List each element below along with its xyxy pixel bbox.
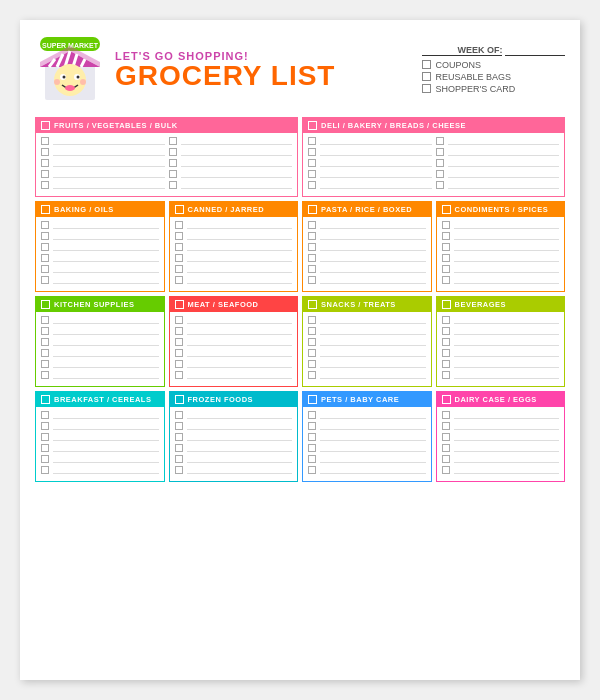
list-item <box>308 276 426 284</box>
breakfast-body <box>36 407 164 481</box>
list-item <box>436 148 560 156</box>
list-item <box>442 265 560 273</box>
list-item <box>169 170 293 178</box>
list-item <box>308 181 432 189</box>
kitchen-header: KITCHEN SUPPLIES <box>36 297 164 312</box>
list-item <box>308 349 426 357</box>
header: SUPER MARKET <box>35 35 565 105</box>
list-item <box>41 422 159 430</box>
list-item <box>175 276 293 284</box>
list-item <box>41 181 165 189</box>
list-item <box>41 243 159 251</box>
list-item <box>41 371 159 379</box>
deli-checkbox[interactable] <box>308 121 317 130</box>
list-item <box>442 466 560 474</box>
shoppers-card-checkbox[interactable] <box>422 84 431 93</box>
list-item <box>308 466 426 474</box>
list-item <box>175 444 293 452</box>
list-item <box>175 316 293 324</box>
snacks-header: SNACKS / TREATS <box>303 297 431 312</box>
frozen-body <box>170 407 298 481</box>
section-beverages: BEVERAGES <box>436 296 566 387</box>
list-item <box>41 221 159 229</box>
section-baking: BAKING / OILS <box>35 201 165 292</box>
section-dairy: DAIRY CASE / EGGS <box>436 391 566 482</box>
list-item <box>436 170 560 178</box>
list-item <box>442 243 560 251</box>
reusable-bags-checkbox[interactable] <box>422 72 431 81</box>
list-item <box>175 254 293 262</box>
meat-header: MEAT / SEAFOOD <box>170 297 298 312</box>
list-item <box>175 265 293 273</box>
section-breakfast: BREAKFAST / CEREALS <box>35 391 165 482</box>
list-item <box>41 433 159 441</box>
list-item <box>308 455 426 463</box>
section-snacks: SNACKS / TREATS <box>302 296 432 387</box>
list-item <box>308 327 426 335</box>
pets-header: PETS / BABY CARE <box>303 392 431 407</box>
list-item <box>436 159 560 167</box>
list-item <box>442 221 560 229</box>
list-item <box>175 455 293 463</box>
list-item <box>175 411 293 419</box>
list-item <box>175 349 293 357</box>
list-item <box>175 243 293 251</box>
condiments-body <box>437 217 565 291</box>
baking-body <box>36 217 164 291</box>
list-item <box>175 232 293 240</box>
coupon-check[interactable]: COUPONS <box>422 60 565 70</box>
pasta-body <box>303 217 431 291</box>
fruits-col-2 <box>169 137 293 192</box>
list-item <box>308 265 426 273</box>
list-item <box>41 349 159 357</box>
list-item <box>308 159 432 167</box>
list-item <box>308 316 426 324</box>
list-item <box>175 433 293 441</box>
list-item <box>41 159 165 167</box>
list-item <box>308 137 432 145</box>
meat-body <box>170 312 298 386</box>
list-item <box>175 221 293 229</box>
frozen-header: FROZEN FOODS <box>170 392 298 407</box>
list-item <box>442 232 560 240</box>
list-item <box>41 137 165 145</box>
svg-point-15 <box>54 79 60 85</box>
list-item <box>41 316 159 324</box>
list-item <box>169 148 293 156</box>
breakfast-header: BREAKFAST / CEREALS <box>36 392 164 407</box>
fruits-body <box>36 133 297 196</box>
list-item <box>41 265 159 273</box>
list-item <box>41 170 165 178</box>
list-item <box>308 411 426 419</box>
list-item <box>308 338 426 346</box>
list-item <box>442 254 560 262</box>
week-block: WEEK OF: COUPONS REUSABLE BAGS SHOPPER'S… <box>422 45 565 96</box>
section-meat: MEAT / SEAFOOD <box>169 296 299 387</box>
list-item <box>442 411 560 419</box>
list-item <box>41 327 159 335</box>
list-item <box>175 327 293 335</box>
list-item <box>442 422 560 430</box>
section-frozen: FROZEN FOODS <box>169 391 299 482</box>
list-item <box>308 371 426 379</box>
list-item <box>175 338 293 346</box>
section-row-2: BAKING / OILS CANNED / JARRED <box>35 201 565 292</box>
title-block: LET'S GO SHOPPING! GROCERY LIST <box>115 50 422 90</box>
list-item <box>442 349 560 357</box>
list-item <box>308 170 432 178</box>
list-item <box>442 371 560 379</box>
fruits-col-1 <box>41 137 165 192</box>
fruits-header: FRUITS / VEGETABLES / BULK <box>36 118 297 133</box>
list-item <box>442 327 560 335</box>
baking-header: BAKING / OILS <box>36 202 164 217</box>
section-row-4: BREAKFAST / CEREALS FROZEN FOODS <box>35 391 565 482</box>
reusable-bags-check[interactable]: REUSABLE BAGS <box>422 72 565 82</box>
coupon-checkbox[interactable] <box>422 60 431 69</box>
list-item <box>442 360 560 368</box>
title-main: GROCERY LIST <box>115 62 422 90</box>
shoppers-card-check[interactable]: SHOPPER'S CARD <box>422 84 565 94</box>
list-item <box>308 221 426 229</box>
list-item <box>41 232 159 240</box>
list-item <box>308 232 426 240</box>
fruits-checkbox[interactable] <box>41 121 50 130</box>
